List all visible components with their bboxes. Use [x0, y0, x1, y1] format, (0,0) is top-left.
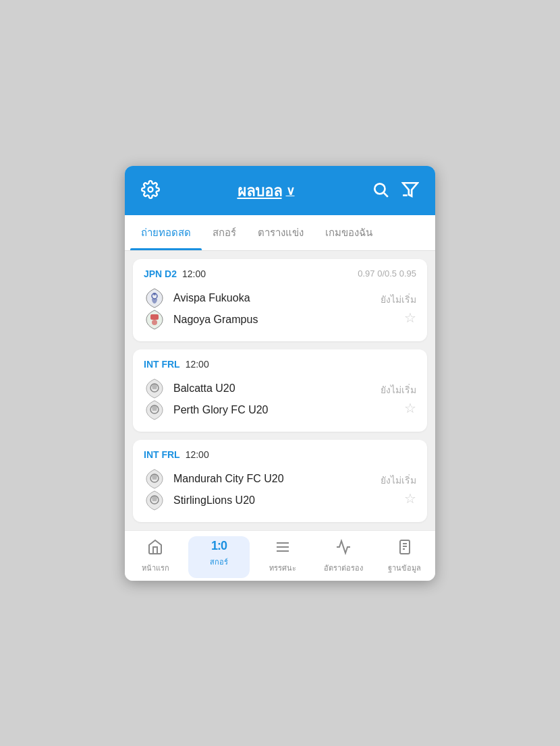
teams-col: Avispa Fukuoka Nagoya Grampus	[144, 287, 381, 331]
team-name: Nagoya Grampus	[173, 314, 258, 326]
home-icon	[147, 539, 163, 559]
team-name: Avispa Fukuoka	[173, 292, 250, 304]
header: ผลบอล ∨	[125, 166, 435, 215]
analysis-icon	[275, 539, 291, 559]
tab-mygame[interactable]: เกมของฉัน	[314, 215, 383, 250]
league-info: INT FRL 12:00	[144, 359, 209, 370]
nav-score-label: สกอร์	[210, 556, 228, 568]
nav-home-label: หน้าแรก	[142, 562, 169, 574]
team-logo-generic	[144, 468, 165, 490]
header-title[interactable]: ผลบอล ∨	[237, 179, 295, 203]
league-name: JPN D2	[144, 268, 177, 279]
match-body: Avispa Fukuoka Nagoya Grampus	[144, 287, 416, 331]
nav-odds[interactable]: อัตราต่อรอง	[313, 536, 374, 578]
team-logo-fukuoka	[144, 287, 165, 309]
right-col: ยังไม่เริ่ม ☆	[381, 382, 416, 416]
team-logo-generic	[144, 399, 165, 421]
team-row: Nagoya Grampus	[144, 309, 381, 331]
nav-analysis-label: ทรรศนะ	[269, 562, 296, 574]
match-status: ยังไม่เริ่ม	[381, 292, 416, 307]
match-header: INT FRL 12:00	[144, 449, 416, 460]
team-name: Balcatta U20	[173, 382, 235, 395]
match-time: 12:00	[186, 359, 209, 370]
phone-container: ผลบอล ∨ ถ่ายทอดสด สกอร์ ตารางแข่ง เกมของ…	[125, 166, 435, 581]
svg-point-6	[153, 293, 156, 295]
nav-database-label: ฐานข้อมูล	[388, 562, 421, 574]
tab-live[interactable]: ถ่ายทอดสด	[130, 215, 202, 250]
tab-score[interactable]: สกอร์	[202, 215, 247, 250]
nav-analysis[interactable]: ทรรศนะ	[252, 536, 313, 578]
odds-info: 0.97 0/0.5 0.95	[358, 268, 416, 279]
dropdown-arrow-icon: ∨	[286, 183, 295, 198]
right-col: ยังไม่เริ่ม ☆	[381, 473, 416, 507]
match-status: ยังไม่เริ่ม	[381, 473, 416, 488]
league-info: INT FRL 12:00	[144, 449, 209, 460]
teams-col: Balcatta U20 Perth Glory FC U20	[144, 378, 381, 421]
team-name: StirlingLions U20	[173, 494, 255, 507]
team-row: Mandurah City FC U20	[144, 468, 381, 490]
matches-list: JPN D2 12:00 0.97 0/0.5 0.95	[125, 251, 435, 530]
match-body: Mandurah City FC U20 StirlingLions U20	[144, 468, 416, 511]
nav-database[interactable]: ฐานข้อมูล	[374, 536, 435, 578]
svg-marker-3	[403, 183, 418, 196]
team-row: Balcatta U20	[144, 378, 381, 399]
header-actions	[372, 181, 419, 201]
match-card[interactable]: JPN D2 12:00 0.97 0/0.5 0.95	[133, 259, 427, 341]
match-status: ยังไม่เริ่ม	[381, 382, 416, 397]
nav-home[interactable]: หน้าแรก	[125, 536, 186, 578]
database-icon	[397, 539, 413, 559]
match-card[interactable]: INT FRL 12:00 Mandurah City	[133, 440, 427, 522]
match-time: 12:00	[182, 268, 206, 279]
tab-schedule[interactable]: ตารางแข่ง	[247, 215, 314, 250]
team-logo-generic	[144, 378, 165, 399]
league-name: INT FRL	[144, 359, 180, 370]
svg-point-0	[148, 188, 153, 192]
match-header: JPN D2 12:00 0.97 0/0.5 0.95	[144, 268, 416, 279]
right-col: ยังไม่เริ่ม ☆	[381, 292, 416, 326]
match-body: Balcatta U20 Perth Glory FC U20	[144, 378, 416, 421]
tabs-bar: ถ่ายทอดสด สกอร์ ตารางแข่ง เกมของฉัน	[125, 215, 435, 251]
league-info: JPN D2 12:00	[144, 268, 206, 279]
team-name: Perth Glory FC U20	[173, 404, 268, 416]
match-time: 12:00	[186, 449, 209, 460]
scoreboard-icon: 1:0	[211, 539, 227, 553]
team-row: Avispa Fukuoka	[144, 287, 381, 309]
svg-line-2	[384, 193, 388, 197]
filter-icon[interactable]	[401, 181, 419, 201]
favorite-star-icon[interactable]: ☆	[404, 400, 416, 416]
teams-col: Mandurah City FC U20 StirlingLions U20	[144, 468, 381, 511]
search-icon[interactable]	[372, 181, 389, 201]
svg-point-8	[152, 320, 157, 325]
match-card[interactable]: INT FRL 12:00 Balcatta U20	[133, 349, 427, 432]
odds-icon	[335, 539, 352, 559]
nav-odds-label: อัตราต่อรอง	[324, 562, 363, 574]
favorite-star-icon[interactable]: ☆	[404, 490, 416, 507]
team-logo-nagoya	[144, 309, 165, 331]
team-logo-generic	[144, 490, 165, 511]
team-name: Mandurah City FC U20	[173, 473, 284, 485]
svg-rect-7	[150, 314, 159, 320]
svg-point-1	[374, 183, 385, 194]
league-name: INT FRL	[144, 449, 180, 460]
favorite-star-icon[interactable]: ☆	[404, 310, 416, 326]
match-header: INT FRL 12:00	[144, 359, 416, 370]
nav-score[interactable]: 1:0 สกอร์	[188, 536, 249, 578]
settings-icon[interactable]	[141, 180, 160, 202]
bottom-nav: หน้าแรก 1:0 สกอร์ ทรรศนะ อัตราต่อรอ	[125, 530, 435, 581]
team-row: Perth Glory FC U20	[144, 399, 381, 421]
team-row: StirlingLions U20	[144, 490, 381, 511]
